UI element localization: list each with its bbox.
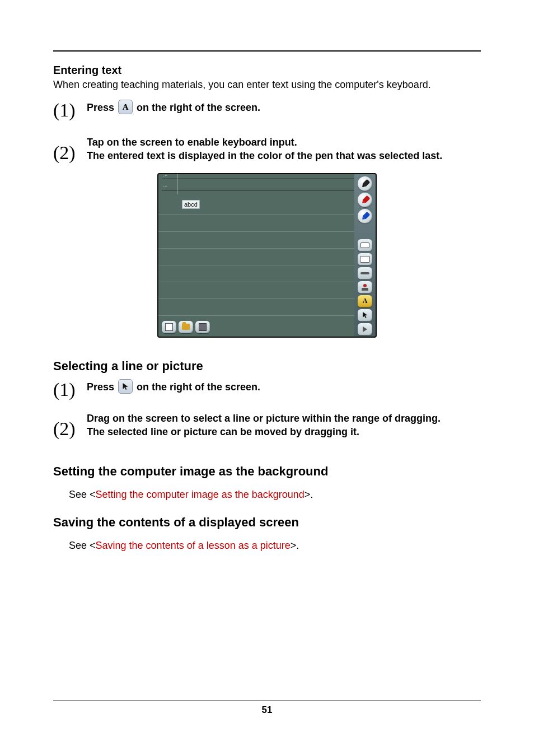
link-saving[interactable]: Saving the contents of a lesson as a pic… (96, 540, 291, 551)
open-folder-icon[interactable] (179, 321, 193, 333)
step-text: Press (87, 381, 117, 393)
figure-bottom-toolbar (162, 321, 210, 333)
section-saving-title: Saving the contents of a displayed scree… (53, 515, 481, 530)
link-bg[interactable]: Setting the computer image as the backgr… (96, 489, 305, 500)
section-entering-text-desc: When creating teaching materials, you ca… (53, 79, 481, 91)
section-saving-ref: See <Saving the contents of a lesson as … (69, 540, 481, 552)
save-disk-icon[interactable] (195, 321, 210, 333)
entering-text-step-2: (2) Tap on the screen to enable keyboard… (53, 136, 481, 163)
step-text-line: Tap on the screen to enable keyboard inp… (87, 136, 481, 149)
selecting-step-1: (1) Press on the right of the screen. (53, 380, 481, 399)
section-bg-ref: See <Setting the computer image as the b… (69, 489, 481, 501)
new-page-icon[interactable] (162, 321, 176, 333)
selecting-step-2: (2) Drag on the screen to select a line … (53, 412, 481, 439)
eraser-small-icon[interactable] (358, 239, 372, 251)
step-number: (2) (53, 136, 87, 162)
section-entering-text-title: Entering text (53, 64, 481, 77)
step-text-line: The selected line or picture can be move… (87, 425, 481, 438)
text-tool-icon: A (118, 100, 133, 114)
screenshot-figure: - + - + abcd (157, 173, 377, 338)
step-text: on the right of the screen. (137, 381, 260, 393)
section-selecting-title: Selecting a line or picture (53, 359, 481, 374)
select-tool-icon[interactable] (358, 309, 372, 321)
step-number: (1) (53, 101, 87, 120)
eraser-all-icon[interactable] (358, 267, 372, 279)
next-icon[interactable] (358, 323, 372, 335)
text-tool-active-icon[interactable]: A (358, 295, 372, 307)
step-text-line: The entered text is displayed in the col… (87, 149, 481, 162)
step-number: (1) (53, 380, 87, 399)
step-number: (2) (53, 412, 87, 438)
page-number: 51 (53, 704, 481, 716)
horizontal-rule (53, 50, 481, 52)
pen-red-icon[interactable] (358, 193, 372, 207)
section-bg-title: Setting the computer image as the backgr… (53, 464, 481, 479)
stamp-icon[interactable] (358, 281, 372, 293)
eraser-large-icon[interactable] (358, 253, 372, 265)
pen-black-icon[interactable] (358, 176, 372, 191)
figure-side-toolbar: A (354, 174, 376, 337)
pen-blue-icon[interactable] (358, 209, 372, 223)
step-text-line: Drag on the screen to select a line or p… (87, 412, 481, 425)
step-text: on the right of the screen. (137, 102, 260, 113)
horizontal-rule (53, 701, 481, 701)
step-text: Press (87, 102, 117, 113)
figure-entered-text: abcd (182, 200, 200, 209)
figure-canvas: - + - + abcd (158, 174, 354, 337)
entering-text-step-1: (1) Press A on the right of the screen. (53, 101, 481, 120)
select-tool-icon (118, 379, 133, 394)
